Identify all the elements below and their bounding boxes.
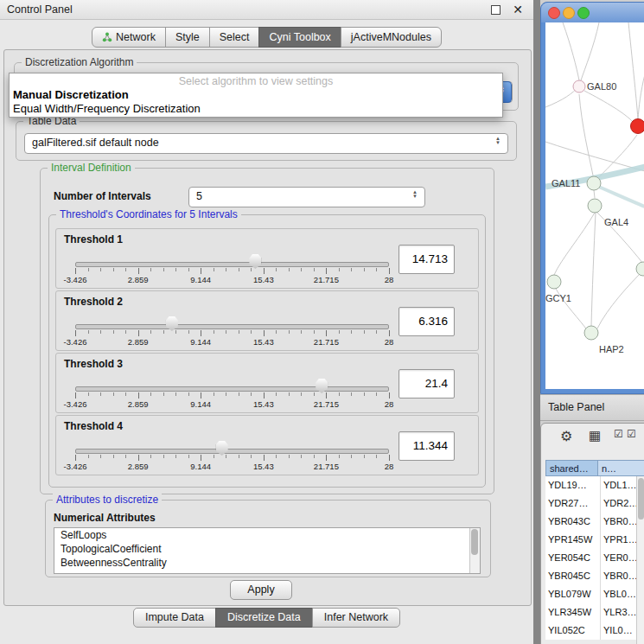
threshold-label: Threshold 4 [64, 420, 123, 432]
slider-track[interactable] [75, 449, 389, 454]
cell-shared-name[interactable]: YBR045C [545, 567, 600, 585]
tab-impute-data[interactable]: Impute Data [133, 608, 216, 628]
tab-network[interactable]: Network [92, 27, 166, 48]
clear-selection-icon[interactable]: ☑ [627, 428, 636, 440]
table-row[interactable]: YPR145WYPR1… [545, 531, 644, 549]
number-of-intervals-select[interactable]: 5 ▲▼ [188, 187, 425, 207]
table-row[interactable]: YBL079WYBL0… [545, 585, 644, 603]
table-row[interactable]: YLR345WYLR3… [545, 603, 644, 622]
columns-icon[interactable]: ▦ [589, 428, 601, 443]
table-panel-header[interactable]: Table Panel [540, 394, 644, 421]
scrollbar-thumb[interactable] [638, 478, 644, 520]
tick-label: 21.715 [314, 462, 339, 471]
slider-track[interactable] [75, 262, 389, 267]
node-label: GCY1 [545, 293, 571, 303]
minimize-light-icon[interactable] [563, 7, 575, 19]
table-row[interactable]: YDL19…YDL1… [545, 476, 644, 494]
threshold-4-panel: Threshold 4 -3.4262.8599.14415.4321.7152… [55, 415, 479, 475]
close-icon[interactable]: ✕ [513, 0, 523, 19]
cell-shared-name[interactable]: YIL052C [545, 622, 600, 640]
cell-shared-name[interactable]: YPR145W [545, 531, 600, 549]
list-item[interactable]: TopologicalCoefficient [54, 542, 480, 556]
table-panel-title: Table Panel [548, 395, 604, 419]
split-pane-divider[interactable] [533, 0, 540, 644]
threshold-slider[interactable]: -3.4262.8599.14415.4321.71528 [75, 252, 389, 286]
select-all-icon[interactable]: ☑ [614, 428, 623, 440]
tick-label: 9.144 [190, 337, 211, 347]
network-view-window: GAL80 GAL11 GAL4 GCY1 HAP2 [540, 2, 644, 394]
tab-label: Cyni Toolbox [269, 28, 330, 47]
table-row[interactable]: YBR043CYBR0… [545, 513, 644, 531]
threshold-slider[interactable]: -3.4262.8599.14415.4321.71528 [75, 438, 389, 473]
threshold-value-field[interactable]: 21.4 [399, 369, 455, 399]
threshold-3-panel: Threshold 3 -3.4262.8599.14415.4321.7152… [55, 353, 479, 413]
tab-infer-network[interactable]: Infer Network [312, 608, 400, 628]
threshold-slider[interactable]: -3.4262.8599.14415.4321.71528 [75, 314, 389, 348]
network-node-gal80[interactable] [573, 80, 585, 92]
dropdown-placeholder-item[interactable]: Select algorithm to view settings [10, 75, 502, 87]
table-data-select[interactable]: galFiltered.sif default node ▲▼ [24, 133, 508, 154]
slider-track[interactable] [75, 324, 389, 329]
column-header-shared-name[interactable]: shared… [545, 460, 598, 476]
slider-ticks [75, 268, 390, 274]
algorithm-dropdown-popup: Select algorithm to view settings Manual… [9, 73, 503, 118]
table-scrollbar[interactable] [636, 476, 644, 644]
network-node-gal11[interactable] [587, 176, 601, 190]
top-tab-bar: Network Style Select Cyni Toolbox jActiv… [0, 27, 533, 48]
list-scrollbar[interactable] [469, 528, 480, 573]
cell-shared-name[interactable]: YER054C [545, 549, 600, 567]
tick-label: -3.426 [64, 337, 87, 347]
column-header-name[interactable]: n… [597, 460, 644, 476]
scrollbar-thumb[interactable] [471, 529, 478, 555]
network-window-titlebar[interactable] [541, 3, 644, 22]
selected-value: galFiltered.sif default node [32, 134, 487, 152]
network-node[interactable] [636, 262, 644, 276]
cell-shared-name[interactable]: YBL079W [545, 585, 600, 603]
cell-shared-name[interactable]: YBR043C [545, 513, 600, 531]
close-light-icon[interactable] [548, 7, 560, 19]
tab-style[interactable]: Style [165, 27, 210, 48]
cell-shared-name[interactable]: YDR27… [545, 494, 600, 513]
network-canvas[interactable]: GAL80 GAL11 GAL4 GCY1 HAP2 [545, 22, 644, 389]
table-row[interactable]: YDR27…YDR2… [545, 494, 644, 513]
gear-icon[interactable]: ⚙ [560, 428, 572, 444]
table-row[interactable]: YIL052CYIL0… [545, 622, 644, 640]
tab-cyni-toolbox[interactable]: Cyni Toolbox [258, 27, 341, 48]
tick-label: 2.859 [128, 399, 149, 409]
threshold-value-field[interactable]: 14.713 [399, 245, 455, 274]
tick-label: 28 [385, 337, 394, 347]
tab-select[interactable]: Select [209, 27, 260, 48]
tab-discretize-data[interactable]: Discretize Data [215, 608, 313, 628]
cell-shared-name[interactable]: YDL19… [545, 476, 600, 494]
cell-shared-name[interactable]: YLR345W [545, 603, 600, 622]
apply-button[interactable]: Apply [230, 580, 292, 600]
threshold-slider[interactable]: -3.4262.8599.14415.4321.71528 [75, 376, 389, 411]
list-item[interactable]: SelfLoops [54, 528, 480, 542]
tab-label: Style [175, 28, 200, 47]
slider-track[interactable] [75, 386, 389, 392]
node-label: GAL4 [604, 217, 628, 227]
tick-label: 15.43 [253, 399, 274, 409]
network-node-selected-red[interactable] [631, 119, 644, 134]
float-window-icon[interactable] [491, 5, 501, 15]
dropdown-option-equal-width[interactable]: Equal Width/Frequency Discretization [13, 102, 201, 115]
tab-label: Select [220, 28, 250, 47]
slider-scale: -3.4262.8599.14415.4321.71528 [75, 399, 389, 410]
threshold-value-field[interactable]: 6.316 [399, 307, 455, 336]
list-item[interactable]: BetweennessCentrality [54, 556, 480, 570]
slider-scale: -3.4262.8599.14415.4321.71528 [75, 275, 389, 285]
tab-jactivemnodules[interactable]: jActiveMNodules [341, 27, 442, 48]
tick-label: -3.426 [64, 462, 87, 471]
node-label: GAL80 [587, 81, 616, 92]
table-row[interactable]: YBR045CYBR0… [545, 567, 644, 585]
network-node-hap2[interactable] [584, 326, 598, 340]
network-node-gcy1[interactable] [547, 275, 561, 289]
threshold-value-field[interactable]: 11.344 [399, 431, 455, 461]
network-node-gal4[interactable] [588, 199, 602, 213]
numerical-attributes-list[interactable]: SelfLoopsTopologicalCoefficientBetweenne… [54, 527, 481, 574]
dropdown-option-manual-discretization[interactable]: Manual Discretization [13, 88, 129, 101]
zoom-light-icon[interactable] [577, 7, 590, 19]
group-title: Attributes to discretize [53, 494, 162, 506]
table-row[interactable]: YER054CYER0… [545, 549, 644, 567]
slider-scale: -3.4262.8599.14415.4321.71528 [75, 337, 389, 348]
